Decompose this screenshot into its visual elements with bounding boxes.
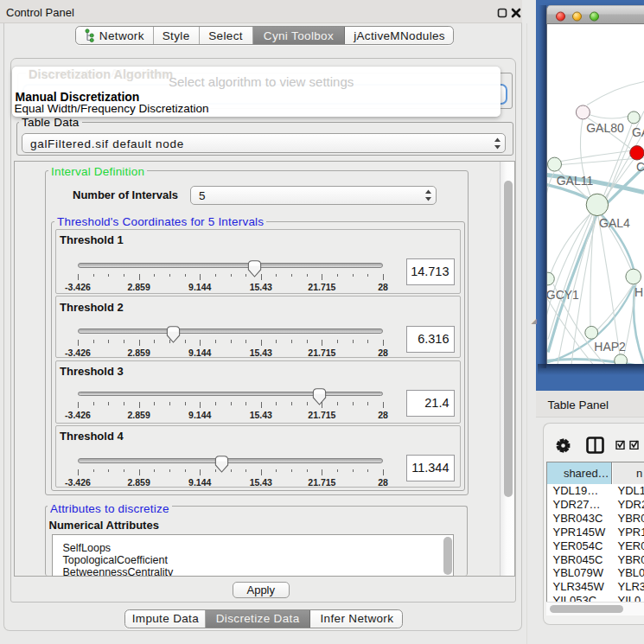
svg-text:HAP2: HAP2: [594, 340, 626, 354]
svg-text:H: H: [634, 285, 643, 299]
svg-text:GCY1: GCY1: [547, 288, 579, 302]
svg-text:GAL80: GAL80: [586, 120, 624, 134]
svg-text:C: C: [636, 160, 644, 174]
svg-text:GAL4: GAL4: [599, 215, 630, 229]
svg-text:GAL11: GAL11: [557, 174, 594, 188]
svg-text:GA: GA: [632, 125, 644, 139]
